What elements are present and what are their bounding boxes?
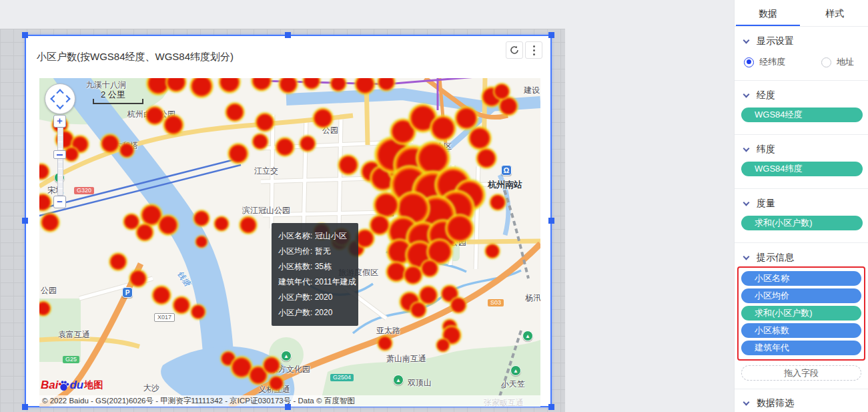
sidebar-tabs: 数据 样式 — [735, 0, 868, 27]
map-scale-bar — [93, 99, 143, 104]
tooltip-line: 小区名称: 冠山小区 — [278, 228, 352, 244]
map-label: 钱塘 — [174, 269, 193, 288]
radio-address[interactable]: 地址 — [821, 56, 854, 68]
map-label: 义桥互通 — [258, 384, 290, 395]
chart-toolbar — [506, 41, 542, 59]
drop-field-zone[interactable]: 拖入字段 — [741, 365, 861, 381]
tooltip-field-pill[interactable]: 求和(小区户数) — [741, 306, 861, 321]
selection-handle-top-mid[interactable] — [285, 32, 291, 38]
section-longitude-label: 经度 — [757, 89, 775, 101]
tooltip-line: 小区户数: 2020 — [278, 305, 352, 321]
section-measure-label: 度量 — [757, 198, 775, 210]
map-label: 小区 — [436, 141, 452, 152]
selection-handle-mid-left[interactable] — [22, 218, 28, 224]
zoom-in-button[interactable]: + — [53, 115, 66, 128]
tooltip-line: 建筑年代: 2011年建成 — [278, 274, 352, 290]
green-poi-icon: ▲ — [448, 226, 458, 237]
map-label: 江立交 — [254, 166, 278, 177]
pan-right-icon[interactable] — [63, 95, 70, 102]
map-label: 南江公园 — [434, 237, 466, 248]
chevron-down-icon[interactable] — [743, 146, 750, 152]
parking-poi-icon: P — [122, 287, 133, 298]
zoom-out-button[interactable]: − — [53, 196, 66, 208]
map-label: 萧山南互通 — [386, 353, 426, 365]
section-tooltip-label: 提示信息 — [757, 252, 794, 264]
road-badge: G25 — [63, 356, 79, 363]
baidu-logo-bai: Bai — [41, 379, 58, 392]
map-label: 亚太路 — [376, 325, 400, 337]
metro-poi-icon: Ω — [501, 165, 512, 176]
tooltip-line: 小区均价: 暂无 — [278, 244, 352, 259]
section-display-settings-label: 显示设置 — [757, 35, 794, 47]
refresh-icon — [510, 45, 519, 55]
chevron-down-icon[interactable] — [743, 37, 750, 44]
tab-style[interactable]: 样式 — [801, 0, 868, 26]
tooltip-line: 小区栋数: 35栋 — [278, 259, 352, 274]
green-poi-icon: ▲ — [281, 351, 292, 361]
chevron-down-icon[interactable] — [743, 254, 750, 260]
field-pill-longitude[interactable]: WGS84经度 — [741, 108, 863, 122]
radio-unselected-icon[interactable] — [821, 57, 831, 67]
divider — [735, 134, 868, 135]
pan-left-icon[interactable] — [50, 95, 57, 102]
section-display-settings: 显示设置 — [743, 35, 860, 47]
map-canvas[interactable]: 九溪十八涧杭州白塔公园六和塔宋城公园小区建设江立交滨江冠山公园乐园杭州南站南江公… — [39, 78, 540, 407]
divider — [735, 188, 868, 189]
radio-lnglat[interactable]: 经纬度 — [744, 56, 785, 68]
road-badge: G2504 — [330, 374, 354, 381]
selection-handle-top-right[interactable] — [548, 32, 554, 38]
map-label: 公园 — [41, 285, 57, 296]
selection-handle-bottom-mid[interactable] — [285, 404, 291, 410]
section-data-filter: 数据筛选 — [743, 397, 860, 409]
chart-title: 小区户数(按WGS84经度、WGS84纬度划分) — [37, 51, 234, 63]
tooltip-field-pill[interactable]: 建筑年代 — [741, 341, 861, 355]
green-poi-icon: ▲ — [510, 365, 521, 376]
map-label: 六和塔 — [114, 140, 138, 152]
section-measure: 度量 — [743, 198, 860, 210]
road-badge: S03 — [488, 299, 504, 306]
refresh-button[interactable] — [506, 41, 523, 59]
section-longitude: 经度 — [743, 89, 860, 101]
tab-data[interactable]: 数据 — [735, 0, 801, 26]
section-data-filter-label: 数据筛选 — [757, 397, 794, 409]
baidu-logo-map: 地图 — [84, 379, 103, 391]
chevron-down-icon[interactable] — [743, 399, 750, 406]
tooltip-field-pill[interactable]: 小区栋数 — [741, 323, 861, 338]
selection-handle-top-left[interactable] — [22, 32, 28, 38]
chart-card[interactable]: 小区户数(按WGS84经度、WGS84纬度划分) — [25, 35, 552, 407]
divider — [735, 242, 868, 243]
selection-handle-bottom-left[interactable] — [22, 404, 28, 410]
baidu-paw-icon — [58, 380, 69, 391]
more-menu-button[interactable] — [525, 41, 542, 59]
map-pan-control[interactable] — [45, 83, 75, 114]
map-label: 杭州南站 — [488, 179, 522, 191]
selection-handle-mid-right[interactable] — [548, 218, 554, 224]
map-label: 双顶山 — [408, 377, 432, 389]
tooltip-field-pill[interactable]: 小区均价 — [741, 288, 861, 303]
radio-lnglat-label: 经纬度 — [759, 56, 785, 68]
zoom-slider-handle[interactable] — [53, 150, 66, 159]
section-latitude: 纬度 — [743, 144, 860, 156]
config-sidebar: 数据 样式 显示设置 经纬度 地址 经度 WGS84经度 纬度 — [734, 0, 868, 412]
radio-selected-icon[interactable] — [744, 57, 754, 67]
selection-handle-bottom-right[interactable] — [548, 404, 554, 410]
zoom-track[interactable] — [57, 128, 63, 196]
tooltip-field-pill[interactable]: 小区名称 — [741, 271, 861, 286]
chevron-down-icon[interactable] — [743, 200, 750, 206]
road-badge: X017 — [154, 313, 175, 322]
field-pill-latitude[interactable]: WGS84纬度 — [741, 162, 863, 176]
map-label: 袁富互通 — [58, 329, 90, 341]
section-latitude-label: 纬度 — [757, 144, 775, 156]
map-label: 大沙 — [143, 383, 159, 394]
chevron-down-icon[interactable] — [743, 91, 750, 98]
field-pill-measure[interactable]: 求和(小区户数) — [741, 216, 863, 230]
baidu-logo-du: du — [69, 379, 83, 392]
map-label: 小天笠 — [501, 379, 525, 390]
map-label: 杭州白塔公园 — [127, 109, 175, 120]
baidu-logo: Bai du 地图 — [41, 379, 103, 392]
green-poi-icon: ▲ — [522, 331, 533, 341]
pan-down-icon[interactable] — [56, 101, 63, 109]
pan-up-icon[interactable] — [56, 89, 63, 96]
kebab-icon — [533, 45, 535, 55]
display-options-row: 经纬度 地址 — [735, 47, 868, 68]
